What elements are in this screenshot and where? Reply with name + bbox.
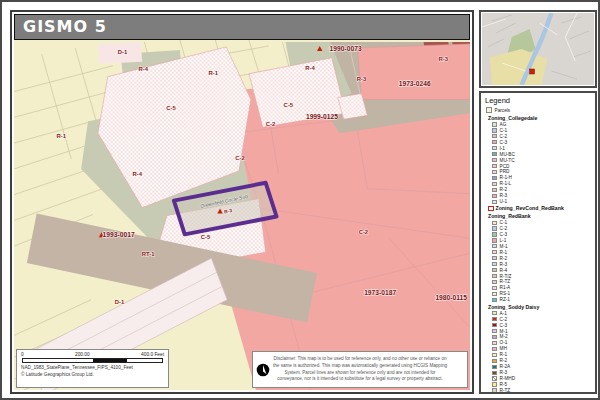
legend-swatch <box>492 292 497 296</box>
legend-body: Zoning_CollegedaleAGC-1C-2C-3I-1MU-BCMU-… <box>483 114 593 393</box>
legend-item-label: AG <box>500 122 507 127</box>
legend-item-label: C-2 <box>500 226 508 231</box>
legend-swatch <box>492 382 497 386</box>
map-label: R-3 <box>357 76 367 82</box>
legend-item-label: RS-1 <box>500 291 511 296</box>
parcels-checkbox-icon[interactable] <box>486 107 492 113</box>
legend-swatch <box>492 347 497 351</box>
scalebar: 0 200.00 400.0 Feet NAD_1983_StatePlane_… <box>16 349 169 388</box>
legend-swatch <box>492 353 497 357</box>
legend-item-label: R-1-H <box>500 175 513 180</box>
map-label: C-5 <box>166 105 176 111</box>
map-label: 1973-0246 <box>399 80 431 87</box>
legend-group-zoning-collegedale: Zoning_Collegedale <box>483 114 593 122</box>
legend-item-label: MU-BC <box>500 152 515 157</box>
legend-item-label: L-1 <box>500 238 507 243</box>
legend-swatch <box>492 238 497 242</box>
legend-swatch <box>492 146 497 150</box>
legend-item-label: R-1 <box>500 352 508 357</box>
north-arrow-icon <box>256 363 270 377</box>
legend-item-label: R-1 <box>500 250 508 255</box>
legend-group-label: Zoning_Collegedale <box>488 115 537 121</box>
legend-swatch <box>492 200 497 204</box>
map-label: R-4 <box>133 171 143 177</box>
legend-swatch <box>492 176 497 180</box>
map-label: R-4 <box>139 66 149 72</box>
revcond-outline-icon <box>488 206 494 212</box>
legend-group-zoning-soddy-daisy: Zoning_Soddy Daisy <box>483 303 593 311</box>
legend-swatch <box>492 268 497 272</box>
legend-swatch <box>492 221 497 225</box>
map-label: R-1 <box>57 133 67 139</box>
legend-item-label: PRD <box>500 169 510 174</box>
legend-group-label: Zoning_RevCond_RedBank <box>496 205 564 211</box>
legend-swatch <box>492 359 497 363</box>
map-label: R-1 <box>209 70 219 76</box>
map-label: C-2 <box>235 155 245 161</box>
legend-swatch <box>492 226 497 230</box>
legend-item-label: R-2A <box>500 364 511 369</box>
legend-item-label: M-1 <box>500 244 508 249</box>
legend-item-label: C-3 <box>500 140 508 145</box>
legend-item-label: RZ-1 <box>500 297 510 302</box>
legend-swatch <box>492 152 497 156</box>
overview-canvas <box>482 13 594 85</box>
legend-item-parcels[interactable]: Parcels <box>483 106 593 114</box>
map-label: R-3 <box>439 56 449 62</box>
map-label: 1999-0125 <box>306 113 338 120</box>
scalebar-crs: NAD_1983_StatePlane_Tennessee_FIPS_4100_… <box>21 365 164 372</box>
legend-swatch <box>492 170 497 174</box>
legend-item-label: C-1 <box>500 128 508 133</box>
legend-swatch <box>492 164 497 168</box>
map-viewport[interactable]: D-1R-4R-11990-0073R-4R-3R-31973-0246C-5C… <box>14 40 470 390</box>
legend-item-label: R-2 <box>500 256 508 261</box>
legend-item-label: R-3 <box>500 370 508 375</box>
disclaimer-line: Disclaimer: This map is to be used for r… <box>273 356 447 363</box>
map-label: R-4 <box>305 65 315 71</box>
disclaimer-line: System. Parcel lines are shown for refer… <box>273 370 447 377</box>
legend-item-label: R-1-L <box>500 181 512 186</box>
map-label: RT-1 <box>142 251 156 257</box>
legend-swatch <box>492 365 497 369</box>
legend-item-label: R1-A <box>500 285 511 290</box>
legend-swatch <box>492 182 497 186</box>
map-label: 1990-0073 <box>330 45 362 52</box>
legend-item-label: MU-TC <box>500 158 515 163</box>
legend-swatch <box>492 158 497 162</box>
legend-item-label: C-1 <box>500 220 508 225</box>
map-label: D-1 <box>118 49 128 55</box>
legend-title: Legend <box>483 96 593 106</box>
disclaimer-text: Disclaimer: This map is to be used for r… <box>273 356 447 384</box>
map-label: C-5 <box>201 234 211 240</box>
legend-swatch <box>492 128 497 132</box>
legend-item-label: A-1 <box>500 311 507 316</box>
legend-swatch <box>492 188 497 192</box>
legend-item-label: R-3 <box>500 193 508 198</box>
legend-item-label: R-T/Z <box>500 274 512 279</box>
overview-location-marker <box>530 69 535 74</box>
legend-swatch <box>492 311 497 315</box>
legend-swatch <box>492 256 497 260</box>
disclaimer-line: the same is authorized. This map was aut… <box>273 363 447 370</box>
legend-panel: Legend Parcels Zoning_CollegedaleAGC-1C-… <box>479 91 597 394</box>
legend-item-label: R-TZ <box>500 388 511 393</box>
disclaimer-box: Disclaimer: This map is to be used for r… <box>252 351 468 388</box>
legend-swatch <box>492 122 497 126</box>
legend-swatch <box>492 388 497 392</box>
legend-item-label: C-3 <box>500 323 508 328</box>
legend-item-label: C-2 <box>500 134 508 139</box>
parcels-label: Parcels <box>495 108 511 113</box>
legend-item-label: R-2 <box>500 187 508 192</box>
legend-item-label: R-2 <box>500 358 508 363</box>
legend-item-label: M-2 <box>500 334 508 339</box>
legend-swatch <box>492 250 497 254</box>
legend-item-label: R-MHD <box>500 376 516 381</box>
legend-swatch <box>492 262 497 266</box>
overview-map[interactable] <box>479 10 597 88</box>
map-label: C-2 <box>266 121 276 127</box>
legend-swatch <box>492 232 497 236</box>
map-canvas[interactable]: D-1R-4R-11990-0073R-4R-3R-31973-0246C-5C… <box>14 40 470 390</box>
legend-item-label: R-4 <box>500 268 508 273</box>
map-label: 1993-0017 <box>103 231 135 238</box>
legend-item-label: R-5 <box>500 382 508 387</box>
